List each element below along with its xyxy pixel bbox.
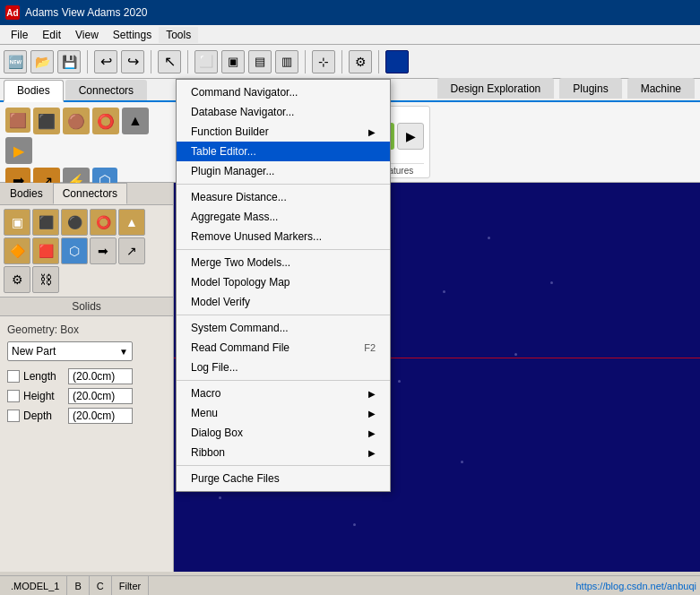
geometry-title: Geometry: Box — [7, 323, 166, 336]
ribbon-icon-cylinder[interactable]: ⬛ — [33, 108, 60, 134]
menu-ribbon[interactable]: Ribbon ▶ — [177, 443, 390, 462]
prop-row-depth: Depth (20.0cm) — [7, 408, 166, 424]
macro-arrow: ▶ — [368, 389, 376, 399]
menu-edit[interactable]: Edit — [35, 27, 68, 43]
part-dropdown[interactable]: New Part ▼ — [7, 341, 133, 361]
menu-file[interactable]: File — [4, 27, 35, 43]
menu-system-command[interactable]: System Command... — [177, 318, 390, 338]
length-checkbox[interactable] — [7, 370, 20, 383]
ribbon-icon-box[interactable]: 🟫 — [5, 108, 30, 133]
menu-measure-distance[interactable]: Measure Distance... — [177, 187, 390, 207]
height-label: Height — [23, 390, 68, 402]
height-value[interactable]: (20.0cm) — [68, 388, 133, 404]
redo-button[interactable]: ↪ — [121, 50, 144, 73]
menu-bar: File Edit View Settings Tools — [0, 25, 700, 45]
move-button[interactable]: ⊹ — [312, 50, 335, 73]
left-icon-9[interactable]: ➡ — [90, 237, 117, 264]
menu-macro[interactable]: Macro ▶ — [177, 384, 390, 403]
open-button[interactable]: 📂 — [30, 50, 54, 73]
dot — [443, 290, 445, 293]
ribbon-icon-feat2[interactable]: ▶ — [397, 123, 424, 150]
left-icon-5[interactable]: ▲ — [118, 209, 145, 236]
ribbon-icon-cone[interactable]: ▲ — [122, 108, 149, 134]
length-label: Length — [23, 370, 68, 383]
dialog-box-arrow: ▶ — [368, 428, 376, 438]
left-icon-1[interactable]: ▣ — [4, 209, 30, 236]
menu-merge-two-models[interactable]: Merge Two Models... — [177, 253, 390, 272]
cubetop-button[interactable]: ▤ — [248, 50, 272, 73]
undo-button[interactable]: ↩ — [94, 50, 117, 73]
color-button[interactable] — [385, 50, 409, 73]
menu-purge-cache[interactable]: Purge Cache Files — [177, 469, 390, 488]
menu-aggregate-mass[interactable]: Aggregate Mass... — [177, 207, 390, 227]
menu-settings[interactable]: Settings — [106, 27, 159, 43]
left-icon-10[interactable]: ↗ — [118, 237, 145, 264]
dot — [514, 353, 517, 356]
status-filter: Filter — [112, 576, 149, 595]
tab-connectors[interactable]: Connectors — [65, 80, 147, 100]
depth-checkbox[interactable] — [7, 410, 20, 422]
prop-row-height: Height (20.0cm) — [7, 388, 166, 404]
menu-tools[interactable]: Tools — [159, 27, 198, 43]
depth-label: Depth — [23, 410, 68, 422]
menu-section-2: Measure Distance... Aggregate Mass... Re… — [177, 185, 390, 250]
dot — [398, 380, 401, 383]
new-button[interactable]: 🆕 — [4, 50, 27, 73]
left-icon-12[interactable]: ⛓ — [32, 266, 59, 293]
left-tab-connectors[interactable]: Connectors — [53, 183, 127, 204]
menu-dialog-box[interactable]: Dialog Box ▶ — [177, 423, 390, 443]
status-url[interactable]: https://blog.csdn.net/anbuqi — [575, 581, 696, 591]
tab-plugins[interactable]: Plugins — [559, 78, 621, 99]
dot — [461, 461, 463, 463]
menu-plugin-manager[interactable]: Plugin Manager... — [177, 161, 390, 181]
tab-machine[interactable]: Machine — [627, 78, 695, 99]
menu-model-verify[interactable]: Model Verify — [177, 292, 390, 312]
toolbar-sep-6 — [378, 50, 379, 73]
parts-button[interactable]: ⚙ — [349, 50, 372, 73]
left-icon-6[interactable]: 🔶 — [4, 237, 30, 264]
tab-design-exploration[interactable]: Design Exploration — [437, 78, 555, 99]
menu-command-navigator[interactable]: Command Navigator... — [177, 82, 390, 102]
height-checkbox[interactable] — [7, 390, 20, 402]
toolbar-sep-4 — [305, 50, 306, 73]
menu-function-builder[interactable]: Function Builder ▶ — [177, 122, 390, 142]
tab-bodies[interactable]: Bodies — [4, 80, 64, 102]
ribbon-arrow: ▶ — [368, 448, 376, 458]
status-model: .MODEL_1 — [4, 576, 67, 595]
title-bar: Ad Adams View Adams 2020 — [0, 0, 700, 25]
ribbon-icon-sphere[interactable]: 🟤 — [63, 108, 90, 134]
left-icon-4[interactable]: ⭕ — [90, 209, 117, 236]
status-c: C — [90, 576, 112, 595]
app-icon: Ad — [5, 5, 20, 20]
dot — [550, 281, 553, 284]
depth-value[interactable]: (20.0cm) — [68, 408, 133, 424]
ribbon-icon-torus[interactable]: ⭕ — [92, 108, 119, 134]
left-icon-8[interactable]: ⬡ — [61, 237, 88, 264]
tools-dropdown: Command Navigator... Database Navigator.… — [176, 79, 391, 492]
left-icon-2[interactable]: ⬛ — [32, 209, 59, 236]
left-icon-7[interactable]: 🟥 — [32, 237, 59, 264]
menu-database-navigator[interactable]: Database Navigator... — [177, 102, 390, 122]
box3d-button[interactable]: ⬜ — [194, 50, 218, 73]
menu-model-topology-map[interactable]: Model Topology Map — [177, 272, 390, 292]
menu-read-command-file[interactable]: Read Command File F2 — [177, 338, 390, 358]
select-button[interactable]: ↖ — [158, 50, 181, 73]
dot — [488, 237, 490, 239]
menu-table-editor[interactable]: Table Editor... — [177, 142, 390, 161]
save-button[interactable]: 💾 — [57, 50, 81, 73]
cubefront-button[interactable]: ▣ — [221, 50, 245, 73]
left-icon-11[interactable]: ⚙ — [4, 266, 30, 293]
menu-section-1: Command Navigator... Database Navigator.… — [177, 80, 390, 185]
status-bar: .MODEL_1 B C Filter https://blog.csdn.ne… — [0, 575, 700, 595]
left-icon-grid: ▣ ⬛ ⚫ ⭕ ▲ 🔶 🟥 ⬡ ➡ ↗ ⚙ ⛓ — [0, 205, 173, 297]
menu-remove-unused-markers[interactable]: Remove Unused Markers... — [177, 227, 390, 246]
ribbon-icon-extra1[interactable]: ▶ — [5, 137, 32, 164]
menu-section-4: System Command... Read Command File F2 L… — [177, 315, 390, 381]
length-value[interactable]: (20.0cm) — [68, 368, 133, 384]
left-tab-bodies[interactable]: Bodies — [0, 183, 53, 204]
cuberight-button[interactable]: ▥ — [275, 50, 298, 73]
menu-menu[interactable]: Menu ▶ — [177, 403, 390, 423]
menu-log-file[interactable]: Log File... — [177, 358, 390, 377]
menu-view[interactable]: View — [68, 27, 106, 43]
left-icon-3[interactable]: ⚫ — [61, 209, 88, 236]
